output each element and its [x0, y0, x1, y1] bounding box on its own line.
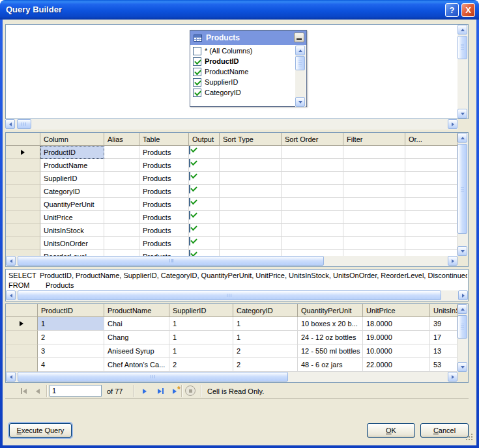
criteria-cell-filter[interactable] [343, 211, 405, 224]
criteria-cell-alias[interactable] [104, 185, 139, 198]
results-cell[interactable]: 2 [233, 358, 298, 372]
criteria-cell-or[interactable] [405, 224, 457, 237]
results-cell[interactable]: Chef Anton's Ca... [104, 358, 169, 372]
close-icon[interactable]: X [461, 3, 475, 17]
criteria-column-header[interactable]: Column [40, 133, 104, 146]
criteria-cell-filter[interactable] [343, 146, 405, 159]
results-column-header[interactable]: ProductName [104, 304, 169, 317]
row-selector[interactable] [6, 250, 40, 256]
criteria-cell-filter[interactable] [343, 159, 405, 172]
output-checkbox[interactable] [189, 237, 190, 245]
criteria-cell-sort_order[interactable] [282, 224, 343, 237]
criteria-cell-sort_order[interactable] [282, 185, 343, 198]
scroll-up-icon[interactable] [457, 25, 467, 35]
table-box-item[interactable]: CategoryID [191, 87, 295, 98]
criteria-cell-column[interactable]: CategoryID [40, 185, 104, 198]
output-checkbox[interactable] [189, 198, 190, 206]
criteria-cell-or[interactable] [405, 159, 457, 172]
row-selector[interactable] [6, 185, 40, 198]
scrollbar-thumb[interactable] [295, 56, 305, 70]
row-selector[interactable] [6, 172, 40, 185]
criteria-cell-or[interactable] [405, 198, 457, 211]
criteria-cell-table[interactable]: Products [139, 159, 189, 172]
column-checkbox[interactable] [193, 47, 201, 55]
criteria-cell-sort_type[interactable] [220, 185, 282, 198]
criteria-cell-sort_order[interactable] [282, 198, 343, 211]
scroll-left-icon[interactable] [6, 256, 16, 266]
criteria-cell-output[interactable] [189, 250, 220, 256]
criteria-cell-sort_order[interactable] [282, 159, 343, 172]
scroll-down-icon[interactable] [457, 109, 467, 119]
criteria-cell-table[interactable]: Products [139, 198, 189, 211]
results-cell[interactable]: Chang [104, 331, 169, 344]
criteria-cell-alias[interactable] [104, 198, 139, 211]
results-cell[interactable]: 1 [38, 317, 104, 331]
criteria-cell-table[interactable]: Products [139, 172, 189, 185]
scroll-down-icon[interactable] [457, 246, 467, 256]
output-checkbox[interactable] [189, 211, 190, 219]
scrollbar-thumb[interactable] [457, 144, 467, 234]
results-column-header[interactable]: CategoryID [233, 304, 298, 317]
output-checkbox[interactable] [189, 224, 190, 232]
results-column-header[interactable]: UnitsInStock [430, 304, 457, 317]
scroll-left-icon[interactable] [5, 119, 15, 129]
results-cell[interactable]: 1 [169, 317, 233, 331]
criteria-column-header[interactable]: Output [189, 133, 220, 146]
criteria-cell-column[interactable]: UnitsInStock [40, 224, 104, 237]
row-selector[interactable] [6, 237, 40, 250]
criteria-cell-sort_type[interactable] [220, 211, 282, 224]
table-box-scrollbar[interactable] [295, 46, 306, 107]
criteria-column-header[interactable]: Table [139, 133, 189, 146]
scroll-up-icon[interactable] [457, 133, 467, 143]
criteria-cell-sort_type[interactable] [220, 146, 282, 159]
criteria-cell-or[interactable] [405, 250, 457, 256]
criteria-cell-alias[interactable] [104, 172, 139, 185]
criteria-cell-filter[interactable] [343, 224, 405, 237]
scroll-down-icon[interactable] [457, 362, 467, 372]
criteria-cell-column[interactable]: QuantityPerUnit [40, 198, 104, 211]
criteria-cell-output[interactable] [189, 185, 220, 198]
criteria-cell-column[interactable]: ReorderLevel [40, 250, 104, 256]
table-box-item[interactable]: ProductID [191, 56, 295, 66]
criteria-column-header[interactable]: Or... [405, 133, 457, 146]
results-cell[interactable]: Chai [104, 317, 169, 331]
scrollbar-thumb[interactable] [457, 36, 467, 59]
results-cell[interactable]: 1 [169, 331, 233, 344]
stop-button[interactable] [185, 385, 196, 396]
cancel-button[interactable]: Cancel [420, 423, 469, 438]
criteria-cell-filter[interactable] [343, 198, 405, 211]
results-cell[interactable]: 13 [430, 344, 457, 358]
criteria-cell-output[interactable] [189, 146, 220, 159]
results-column-header[interactable]: UnitPrice [363, 304, 430, 317]
diagram-vertical-scrollbar[interactable] [457, 25, 468, 119]
results-cell[interactable]: Aniseed Syrup [104, 344, 169, 358]
results-cell[interactable]: 2 [169, 358, 233, 372]
criteria-cell-column[interactable]: ProductName [40, 159, 104, 172]
criteria-cell-sort_order[interactable] [282, 237, 343, 250]
help-icon[interactable]: ? [445, 3, 459, 17]
sql-pane[interactable]: SELECT ProductID, ProductName, SupplierI… [5, 269, 469, 301]
results-cell[interactable]: 2 [233, 344, 298, 358]
move-last-button[interactable] [154, 385, 167, 397]
diagram-pane[interactable]: Products * (All Columns)ProductIDProduct… [5, 24, 469, 119]
row-selector[interactable] [6, 198, 40, 211]
criteria-cell-table[interactable]: Products [139, 250, 189, 256]
diagram-horizontal-scrollbar[interactable] [5, 119, 469, 130]
results-cell[interactable]: 39 [430, 317, 457, 331]
criteria-column-header[interactable]: Alias [104, 133, 139, 146]
output-checkbox[interactable] [189, 250, 190, 256]
results-cell[interactable]: 4 [38, 358, 104, 372]
output-checkbox[interactable] [189, 159, 190, 167]
scrollbar-thumb[interactable] [18, 372, 288, 382]
criteria-cell-sort_order[interactable] [282, 250, 343, 256]
results-cell[interactable]: 10.0000 [363, 344, 430, 358]
row-selector[interactable] [6, 146, 40, 159]
results-cell[interactable]: 17 [430, 331, 457, 344]
criteria-cell-table[interactable]: Products [139, 237, 189, 250]
criteria-cell-sort_type[interactable] [220, 237, 282, 250]
criteria-cell-output[interactable] [189, 172, 220, 185]
criteria-cell-output[interactable] [189, 211, 220, 224]
ok-button[interactable]: OK [367, 423, 415, 438]
column-checkbox[interactable] [193, 57, 201, 66]
criteria-cell-output[interactable] [189, 224, 220, 237]
